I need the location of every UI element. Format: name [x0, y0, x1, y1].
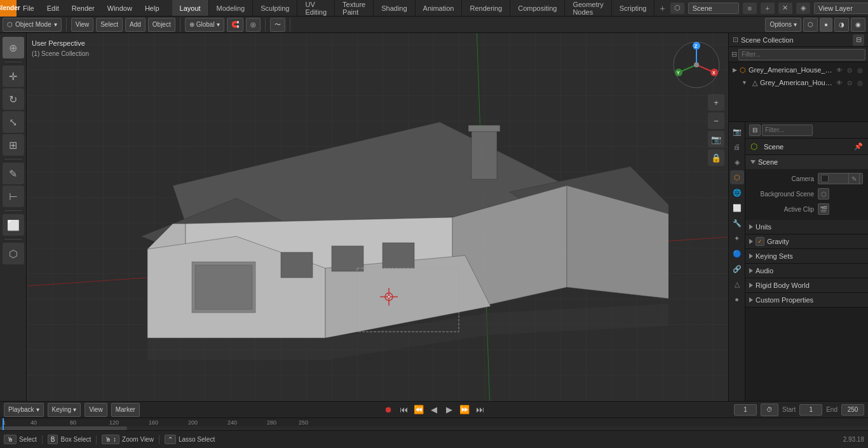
keying-sets-header[interactable]: Keying Sets	[745, 249, 868, 263]
tab-texture-paint[interactable]: Texture Paint	[335, 0, 374, 16]
tab-geometry-nodes[interactable]: Geometry Nodes	[565, 0, 611, 16]
outliner-item-0[interactable]: ▶ ⬡ Grey_American_House_With... 👁 ⊙ ◎	[729, 64, 868, 76]
view-layer-selector[interactable]	[814, 3, 868, 14]
record-btn[interactable]: ⏺	[381, 403, 395, 417]
outliner-render-0[interactable]: ◎	[855, 65, 864, 74]
cursor-tool[interactable]: ⊕	[3, 37, 24, 58]
pin-icon[interactable]: 📌	[854, 142, 863, 151]
tab-compositing[interactable]: Compositing	[510, 0, 565, 16]
camera-btn[interactable]: 📷	[708, 131, 724, 147]
prop-tab-object[interactable]: ⬜	[730, 201, 744, 215]
menu-help[interactable]: Help	[139, 0, 166, 16]
prop-tab-output[interactable]: 🖨	[730, 140, 744, 154]
add-menu-btn[interactable]: Add	[125, 18, 146, 32]
camera-prop-value[interactable]: ✎	[818, 173, 863, 184]
menu-file[interactable]: File	[17, 0, 41, 16]
play-btn[interactable]: ▶	[442, 403, 456, 417]
skip-forward-btn[interactable]: ⏭	[473, 403, 487, 417]
special-tool[interactable]: ⬡	[3, 243, 24, 264]
outliner-render-1[interactable]: ◎	[855, 78, 864, 87]
tab-animation[interactable]: Animation	[416, 0, 463, 16]
outliner-visibility-1[interactable]: 👁	[835, 78, 844, 87]
skip-back-btn[interactable]: ⏮	[397, 403, 410, 417]
playback-btn[interactable]: Playback ▾	[4, 403, 44, 417]
outliner-select-1[interactable]: ⊙	[845, 78, 854, 87]
next-frame-btn[interactable]: ⏩	[458, 403, 471, 417]
outliner-select-0[interactable]: ⊙	[845, 65, 854, 74]
tab-modeling[interactable]: Modeling	[209, 0, 254, 16]
active-clip-icon-btn[interactable]: 🎬	[818, 203, 829, 215]
prop-tab-data[interactable]: △	[730, 277, 744, 291]
viewport-options-btn[interactable]: Options ▾	[765, 18, 801, 32]
prop-tab-modifiers[interactable]: 🔧	[730, 216, 744, 230]
select-menu-btn[interactable]: Select	[96, 18, 123, 32]
prop-tab-material[interactable]: ●	[730, 292, 744, 306]
tab-rendering[interactable]: Rendering	[462, 0, 510, 16]
view-btn[interactable]: View	[85, 403, 107, 417]
outliner-item-1[interactable]: ▼ △ Grey_American_House_V 👁 ⊙ ◎	[729, 76, 868, 89]
prop-tab-particles[interactable]: ✦	[730, 231, 744, 245]
mode-dropdown[interactable]: ⬡ Object Mode ▾	[3, 18, 62, 32]
prop-tab-scene[interactable]: ⬡	[730, 170, 744, 184]
object-menu-btn[interactable]: Object	[148, 18, 175, 32]
prop-tab-constraints[interactable]: 🔗	[730, 262, 744, 276]
prop-tab-physics[interactable]: 🔵	[730, 247, 744, 261]
audio-header[interactable]: Audio	[745, 264, 868, 278]
props-filter-btn[interactable]: ⊟	[749, 125, 761, 136]
material-preview-btn[interactable]: ◑	[834, 18, 849, 32]
menu-edit[interactable]: Edit	[41, 0, 65, 16]
rotate-tool[interactable]: ↻	[3, 88, 24, 110]
prev-frame-btn[interactable]: ⏪	[412, 403, 426, 417]
reverse-play-btn[interactable]: ◀	[427, 403, 441, 417]
outliner-visibility-0[interactable]: 👁	[835, 65, 844, 74]
move-tool[interactable]: ✛	[3, 65, 24, 87]
gravity-checkbox[interactable]: ✓	[756, 237, 764, 246]
tab-shading[interactable]: Shading	[374, 0, 415, 16]
units-header[interactable]: Units	[745, 220, 868, 234]
measure-tool[interactable]: ⊢	[3, 186, 24, 207]
proportional-editing-btn[interactable]: ◎	[246, 18, 261, 32]
tab-uv-editing[interactable]: UV Editing	[297, 0, 335, 16]
3d-viewport[interactable]: User Perspective (1) Scene Collection Z …	[27, 33, 728, 401]
add-workspace-tab[interactable]: +	[654, 3, 670, 13]
outliner-filter-btn[interactable]: ⊟	[853, 34, 864, 46]
prop-tab-world[interactable]: 🌐	[730, 186, 744, 200]
solid-shading-btn[interactable]: ●	[820, 18, 832, 32]
props-search[interactable]	[762, 125, 813, 136]
gravity-header[interactable]: ✓ Gravity	[745, 234, 868, 248]
zoom-in-btn[interactable]: +	[708, 94, 724, 111]
timer-btn[interactable]: ⏱	[761, 404, 778, 416]
outliner-search[interactable]	[738, 49, 865, 60]
menu-render[interactable]: Render	[65, 0, 101, 16]
transform-tool[interactable]: ⊞	[3, 134, 24, 156]
marker-btn[interactable]: Marker	[111, 403, 140, 417]
wireframe-shading-btn[interactable]: ⬡	[803, 18, 818, 32]
graph-btn[interactable]: 〜	[270, 18, 285, 32]
tab-layout[interactable]: Layout	[172, 0, 209, 16]
scale-tool[interactable]: ⤡	[3, 111, 24, 133]
prop-tab-viewlayer[interactable]: ◈	[730, 155, 744, 169]
scene-add-icon[interactable]: +	[761, 3, 775, 14]
lock-view-btn[interactable]: 🔒	[708, 149, 724, 166]
transform-orientation-btn[interactable]: ⊕ Global ▾	[185, 18, 224, 32]
zoom-out-btn[interactable]: −	[708, 112, 724, 129]
tab-sculpting[interactable]: Sculpting	[253, 0, 297, 16]
scene-delete-icon[interactable]: ✕	[778, 3, 792, 14]
end-frame-input[interactable]	[841, 404, 864, 416]
start-frame-input[interactable]	[799, 404, 822, 416]
custom-props-header[interactable]: Custom Properties	[745, 293, 868, 307]
prop-tab-render[interactable]: 📷	[730, 125, 744, 139]
keying-btn[interactable]: Keying ▾	[48, 403, 81, 417]
background-scene-icon-btn[interactable]: ⬡	[818, 188, 829, 200]
camera-picker-btn[interactable]: ✎	[848, 173, 860, 184]
annotate-tool[interactable]: ✎	[3, 163, 24, 184]
current-frame-input[interactable]: 1	[734, 404, 757, 416]
tab-scripting[interactable]: Scripting	[612, 0, 655, 16]
add-cube-tool[interactable]: ⬜	[3, 214, 24, 236]
viewport-gizmo[interactable]: Z X Y	[671, 39, 722, 90]
timeline-ruler[interactable]: 1 40 80 120 160 200 240 280 250	[0, 418, 868, 430]
rigid-body-world-header[interactable]: Rigid Body World	[745, 278, 868, 292]
view-menu-btn[interactable]: View	[71, 18, 94, 32]
scene-options-icon[interactable]: ≡	[743, 3, 757, 14]
scene-selector[interactable]	[688, 3, 739, 14]
